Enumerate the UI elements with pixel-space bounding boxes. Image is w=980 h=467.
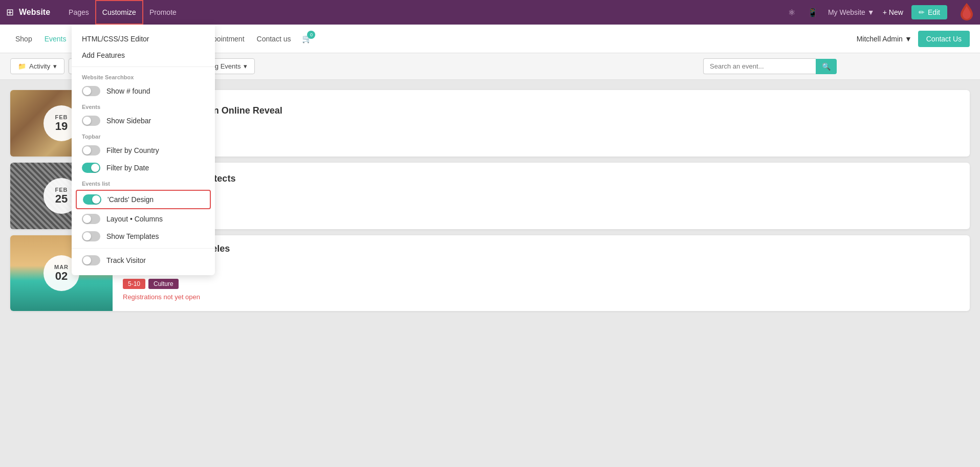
contact-us-button[interactable]: Contact Us bbox=[918, 31, 970, 47]
chevron-down-icon: ▼ bbox=[905, 35, 912, 43]
track-visitor-label: Track Visitor bbox=[106, 256, 146, 264]
show-templates-knob bbox=[83, 232, 91, 240]
chevron-down-icon: ▼ bbox=[867, 8, 875, 16]
show-sidebar-toggle[interactable] bbox=[82, 116, 100, 126]
activity-filter[interactable]: 📁 Activity ▾ bbox=[10, 58, 64, 74]
show-templates-row: Show Templates bbox=[72, 228, 215, 245]
layout-columns-label: Layout • Columns bbox=[106, 215, 163, 223]
my-website-btn[interactable]: My Website ▼ bbox=[828, 8, 875, 16]
filter-date-toggle[interactable] bbox=[82, 163, 100, 173]
show-found-row: Show # found bbox=[72, 82, 215, 100]
cards-design-knob bbox=[92, 195, 100, 204]
show-templates-track[interactable] bbox=[82, 231, 100, 241]
cards-design-row: 'Cards' Design bbox=[76, 190, 211, 209]
show-sidebar-track[interactable] bbox=[82, 116, 100, 126]
new-label: New bbox=[889, 8, 903, 16]
event-day-1: 19 bbox=[55, 120, 68, 132]
search-button[interactable]: 🔍 bbox=[816, 59, 837, 74]
website-nav-shop[interactable]: Shop bbox=[10, 32, 37, 46]
cards-design-track[interactable] bbox=[83, 194, 101, 205]
nav-item-pages[interactable]: Pages bbox=[62, 0, 95, 25]
show-sidebar-row: Show Sidebar bbox=[72, 112, 215, 129]
registrations-note: Registrations not yet open bbox=[123, 291, 230, 303]
search-input[interactable] bbox=[703, 58, 816, 74]
divider-2 bbox=[72, 248, 215, 249]
new-btn[interactable]: + New bbox=[883, 8, 903, 16]
puzzle-icon[interactable]: ⚛ bbox=[786, 6, 797, 19]
layout-columns-track[interactable] bbox=[82, 214, 100, 224]
section-events-list: Events list bbox=[72, 176, 215, 189]
track-visitor-knob bbox=[83, 256, 91, 264]
cart-icon-wrap[interactable]: 🛒 0 bbox=[302, 34, 312, 43]
filter-date-row: Filter by Date bbox=[72, 159, 215, 176]
website-nav-events[interactable]: Events bbox=[39, 32, 72, 46]
drop-logo bbox=[960, 3, 974, 21]
filter-country-row: Filter by Country bbox=[72, 142, 215, 159]
filter-country-knob bbox=[83, 146, 91, 154]
mobile-icon[interactable]: 📱 bbox=[805, 6, 820, 19]
customize-dropdown: HTML/CSS/JS Editor Add Features Website … bbox=[72, 25, 215, 275]
track-visitor-track[interactable] bbox=[82, 255, 100, 265]
filter-date-track[interactable] bbox=[82, 163, 100, 173]
event-day-2: 25 bbox=[55, 193, 68, 205]
admin-name: Mitchell Admin bbox=[857, 35, 903, 43]
filter-country-label: Filter by Country bbox=[106, 146, 159, 154]
nav-item-customize[interactable]: Customize bbox=[95, 0, 143, 25]
section-topbar: Topbar bbox=[72, 129, 215, 142]
filter-date-knob bbox=[91, 164, 99, 172]
event-tags-3: 5-10 Culture bbox=[123, 279, 230, 289]
filter-country-track[interactable] bbox=[82, 145, 100, 155]
show-found-label: Show # found bbox=[106, 87, 150, 95]
cart-badge: 0 bbox=[307, 31, 315, 39]
tag-culture-3: Culture bbox=[148, 279, 179, 289]
edit-label: Edit bbox=[928, 8, 940, 16]
add-features-item[interactable]: Add Features bbox=[72, 47, 215, 63]
topnav-right: ⚛ 📱 My Website ▼ + New ✏ Edit bbox=[786, 3, 974, 21]
plus-icon: + bbox=[883, 8, 887, 16]
show-found-knob bbox=[83, 87, 91, 95]
event-day-3: 02 bbox=[55, 270, 68, 282]
grid-icon[interactable]: ⊞ bbox=[6, 7, 14, 18]
website-label: My Website bbox=[828, 8, 865, 16]
website-header-right: Mitchell Admin ▼ Contact Us bbox=[857, 31, 970, 47]
top-navigation: ⊞ Website Pages Customize Promote ⚛ 📱 My… bbox=[0, 0, 980, 25]
show-sidebar-knob bbox=[83, 117, 91, 125]
pencil-icon: ✏ bbox=[919, 8, 925, 16]
show-templates-label: Show Templates bbox=[106, 232, 159, 240]
show-found-toggle[interactable] bbox=[82, 86, 100, 96]
track-visitor-row: Track Visitor bbox=[72, 252, 215, 269]
show-sidebar-label: Show Sidebar bbox=[106, 117, 151, 125]
search-wrap: 🔍 bbox=[703, 58, 837, 74]
nav-item-promote[interactable]: Promote bbox=[143, 0, 183, 25]
cards-design-label: 'Cards' Design bbox=[107, 195, 154, 204]
admin-menu[interactable]: Mitchell Admin ▼ bbox=[857, 35, 912, 43]
section-events: Events bbox=[72, 100, 215, 112]
edit-btn[interactable]: ✏ Edit bbox=[911, 5, 947, 19]
filter-country-toggle[interactable] bbox=[82, 145, 100, 155]
divider-1 bbox=[72, 66, 215, 67]
track-visitor-toggle[interactable] bbox=[82, 255, 100, 265]
app-logo: Website bbox=[19, 8, 50, 17]
folder-icon: 📁 bbox=[18, 62, 26, 70]
show-templates-toggle[interactable] bbox=[82, 231, 100, 241]
cards-design-toggle[interactable] bbox=[83, 194, 101, 205]
chevron-down-icon: ▾ bbox=[53, 62, 57, 70]
activity-label: Activity bbox=[29, 62, 50, 70]
html-editor-item[interactable]: HTML/CSS/JS Editor bbox=[72, 31, 215, 47]
layout-columns-knob bbox=[83, 215, 91, 223]
tag-5-10: 5-10 bbox=[123, 279, 145, 289]
chevron-down-icon: ▾ bbox=[244, 62, 247, 70]
show-found-track[interactable] bbox=[82, 86, 100, 96]
website-nav-contact[interactable]: Contact us bbox=[252, 32, 296, 46]
layout-columns-row: Layout • Columns bbox=[72, 210, 215, 228]
filter-date-label: Filter by Date bbox=[106, 164, 149, 172]
section-searchbox: Website Searchbox bbox=[72, 70, 215, 82]
layout-columns-toggle[interactable] bbox=[82, 214, 100, 224]
